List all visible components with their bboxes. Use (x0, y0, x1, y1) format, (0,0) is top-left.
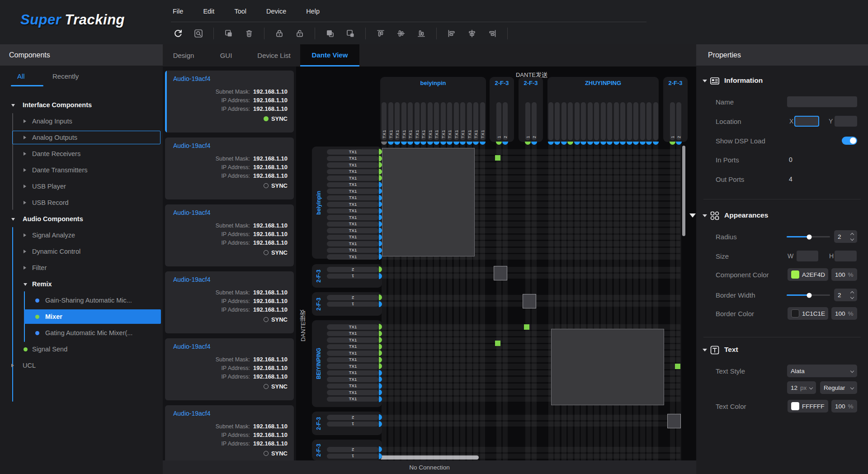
section-text[interactable]: Text (696, 344, 868, 356)
unlock-icon[interactable] (294, 28, 305, 39)
connection-cell-selected[interactable] (667, 414, 681, 428)
rx-channel-pill[interactable]: TX1 (327, 377, 379, 382)
align-vertical-center-icon[interactable] (396, 28, 406, 39)
slider-knob[interactable] (807, 234, 811, 239)
tx-channel-pill[interactable] (575, 102, 580, 140)
tx-channel-pill[interactable] (627, 102, 632, 140)
component-color-picker[interactable]: A2EF4D (788, 268, 828, 281)
tx-channel-pill[interactable]: TX1 (447, 102, 452, 140)
device-card[interactable]: Audio-19acf4Subnet Mask:192.168.1.10IP A… (165, 204, 294, 266)
caret-right-icon[interactable] (24, 250, 26, 253)
caret-right-icon[interactable] (24, 233, 26, 237)
tx-channel-pill[interactable] (614, 102, 619, 140)
border-width-stepper[interactable]: 2 (834, 289, 857, 301)
font-size-select[interactable]: 12px (787, 381, 816, 394)
tab-dante-view[interactable]: Dante View (300, 44, 359, 66)
tree-item-dante-transmitters[interactable]: Dante Transmitters (0, 162, 163, 178)
tx-channel-pill[interactable] (548, 102, 553, 140)
tx-channel-pill[interactable] (594, 102, 599, 140)
connection-cell-active[interactable] (524, 324, 529, 330)
radius-stepper[interactable]: 2 (834, 230, 857, 243)
component-color-opacity[interactable]: 100% (831, 268, 857, 281)
tx-channel-pill[interactable]: TX1 (460, 102, 465, 140)
caret-right-icon[interactable] (24, 201, 26, 204)
rx-channel-pill[interactable]: 1 (327, 454, 379, 459)
rx-channel-pill[interactable]: TX1 (327, 390, 379, 395)
rx-channel-pill[interactable]: TX1 (327, 156, 379, 161)
tx-channel-pill[interactable] (581, 102, 586, 140)
rx-channel-pill[interactable]: TX1 (327, 384, 379, 389)
tx-channel-pill[interactable] (607, 102, 612, 140)
tab-gui[interactable]: GUI (204, 44, 248, 66)
rx-channel-pill[interactable]: TX1 (327, 182, 379, 188)
device-block-panel[interactable] (551, 329, 664, 405)
section-appearances[interactable]: Appearances (696, 209, 868, 222)
tx-channel-pill[interactable]: TX1 (395, 102, 400, 140)
rx-channel-pill[interactable]: 1 (327, 422, 379, 427)
tx-channel-pill[interactable]: TX1 (415, 102, 420, 140)
location-y-input[interactable] (835, 116, 857, 127)
connection-cell-active[interactable] (675, 364, 680, 369)
rx-channel-pill[interactable]: TX1 (327, 189, 379, 194)
tx-channel-pill[interactable] (620, 102, 625, 140)
font-family-select[interactable]: Alata (787, 365, 857, 377)
tx-channel-pill[interactable]: 2 (532, 102, 537, 140)
rx-channel-pill[interactable]: TX1 (327, 364, 379, 369)
tree-item-dante-receivers[interactable]: Dante Receivers (0, 146, 163, 162)
lock-icon[interactable] (274, 28, 285, 39)
text-color-picker[interactable]: FFFFFF (788, 400, 828, 412)
connection-cell-selected[interactable] (523, 294, 536, 308)
tx-channel-pill[interactable] (561, 102, 566, 140)
menu-item-device[interactable]: Device (266, 8, 286, 15)
rx-channel-pill[interactable]: 2 (327, 267, 379, 272)
tree-item-signal-analyze[interactable]: Signal Analyze (0, 227, 163, 243)
tree-item-analog-outputs[interactable]: Analog Outputs (0, 129, 163, 146)
tx-channel-pill[interactable] (646, 102, 651, 140)
tx-channel-pill[interactable]: 2 (676, 102, 681, 140)
align-horizontal-center-icon[interactable] (467, 28, 477, 39)
rx-channel-pill[interactable]: TX1 (327, 228, 379, 233)
connection-cell-active[interactable] (495, 155, 500, 161)
align-left-icon[interactable] (446, 28, 457, 39)
rx-channel-pill[interactable]: TX1 (327, 351, 379, 356)
rx-channel-pill[interactable]: 2 (327, 295, 379, 300)
delete-icon[interactable] (244, 28, 255, 39)
tx-channel-pill[interactable]: TX1 (467, 102, 472, 140)
menu-item-edit[interactable]: Edit (203, 8, 214, 15)
rx-channel-pill[interactable]: 1 (327, 274, 379, 279)
caret-right-icon[interactable] (24, 152, 26, 156)
align-top-icon[interactable] (375, 28, 386, 39)
device-card[interactable]: Audio-19acf4Subnet Mask:192.168.1.10IP A… (165, 405, 294, 460)
caret-down-icon[interactable] (11, 218, 15, 221)
send-to-back-icon[interactable] (345, 28, 356, 39)
device-card[interactable]: Audio-19acf4Subnet Mask:192.168.1.10IP A… (165, 137, 294, 199)
device-card[interactable]: Audio-19acf4Subnet Mask:192.168.1.10IP A… (165, 71, 294, 133)
rx-channel-pill[interactable]: 2 (327, 415, 379, 420)
border-width-slider[interactable] (787, 294, 830, 296)
rx-channel-pill[interactable]: TX1 (327, 344, 379, 350)
caret-down-icon[interactable] (11, 104, 15, 107)
sidebar-tab-recently[interactable]: Recently (52, 72, 79, 80)
text-color-opacity[interactable]: 100% (831, 400, 857, 412)
rx-channel-pill[interactable]: TX1 (327, 241, 379, 246)
rx-channel-pill[interactable]: TX1 (327, 370, 379, 376)
tx-channel-pill[interactable]: 2 (503, 102, 508, 140)
caret-right-icon[interactable] (24, 168, 26, 172)
tree-item-gain-sharing-automatic-mic[interactable]: Gain-Sharing Automatic Mic... (0, 292, 163, 308)
rx-channel-pill[interactable]: TX1 (327, 248, 379, 253)
tree-item-gating-automatic-mic-mixer[interactable]: Gating Automatic Mic Mixer(... (0, 325, 163, 341)
radius-slider[interactable] (787, 236, 830, 237)
tree-item-remix[interactable]: Remix (0, 276, 163, 292)
menu-item-help[interactable]: Help (306, 8, 320, 15)
zoom-search-icon[interactable] (193, 28, 204, 39)
tx-channel-pill[interactable]: TX1 (480, 102, 485, 140)
rx-channel-pill[interactable]: TX1 (327, 202, 379, 207)
rx-channel-pill[interactable]: TX1 (327, 175, 379, 181)
tx-channel-pill[interactable]: 1 (525, 102, 530, 140)
rx-channel-pill[interactable]: TX1 (327, 169, 379, 175)
rx-channel-pill[interactable]: 1 (327, 302, 379, 307)
matrix-vertical-scrollbar[interactable] (682, 146, 685, 236)
tx-channel-pill[interactable] (601, 102, 606, 140)
border-color-picker[interactable]: 1C1C1E (788, 307, 828, 320)
rx-channel-pill[interactable]: TX1 (327, 357, 379, 363)
